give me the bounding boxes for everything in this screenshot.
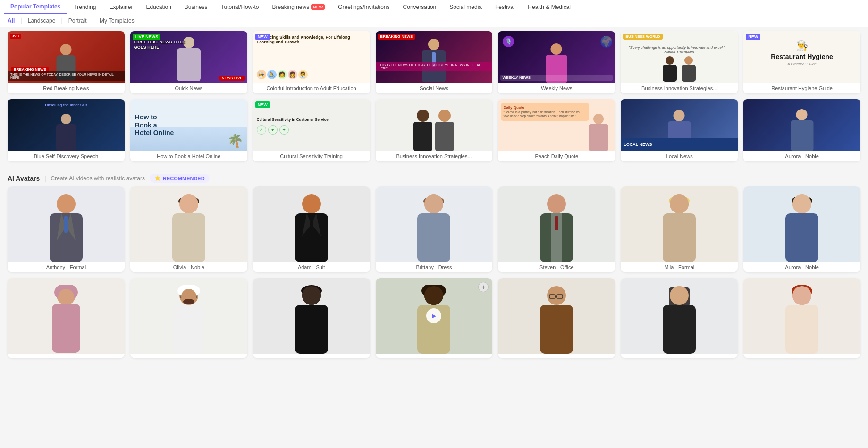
avatar-mila[interactable]: Mila - Formal [621,186,738,272]
nav-tutorial[interactable]: Tutorial/How-to [214,0,266,14]
svg-point-23 [674,110,685,121]
template-thumb [376,99,493,151]
svg-point-9 [666,56,674,65]
breaking-badge-social: BREAKING NEWS [378,34,415,40]
avatar-thumb [376,186,493,262]
avatar-label [553,354,560,358]
svg-rect-40 [310,216,313,230]
svg-point-82 [670,286,689,305]
avatar-dark-woman[interactable] [253,278,370,358]
avatar-curly-woman[interactable]: + ▶ [376,278,493,358]
template-biz-innovation[interactable]: Business Innovation Strategies... [376,99,493,161]
nav-festival[interactable]: Festival [489,0,521,14]
template-local-news[interactable]: LOCAL NEWS Local News [621,99,738,161]
template-thumb: NEW Enhancing Skills and Knowledge, For … [253,31,370,83]
play-button[interactable]: ▶ [426,308,441,323]
avatars-title: AI Avatars [8,175,40,182]
template-quick-news[interactable]: LIVE NEWS FIRST TEXT NEWS TITLE GOES HER… [130,31,247,93]
avatar-thumb [621,186,738,262]
svg-point-7 [551,43,562,55]
avatar-asian-woman[interactable] [621,278,738,358]
svg-rect-3 [177,48,201,81]
filter-my-templates[interactable]: My Templates [100,17,135,24]
avatar-thumb [253,186,370,262]
template-label: Blue Self-Discovery Speech [8,151,125,161]
template-thumb: BUSINESS WORLD "Every challenge is an op… [621,31,738,83]
svg-rect-12 [682,65,696,82]
nav-explainer[interactable]: Explainer [102,0,139,14]
face-1: 👩‍🍳 [257,70,266,79]
svg-point-43 [424,194,443,213]
template-peach-quote[interactable]: Daily Quote "Believe is a journey, not a… [498,99,615,161]
nav-popular-templates[interactable]: Popular Templates [4,0,67,14]
breaking-overlay: THIS IS THE NEWS OF TODAY. DESCRIBE YOUR… [8,71,125,81]
svg-point-69 [302,286,321,305]
template-thumb: How to Book a Hotel Online 🌴 [130,99,247,151]
avatar-label [799,354,805,358]
svg-point-17 [417,110,429,122]
avatar-anthony[interactable]: Anthony - Formal [8,186,125,272]
avatar-arab-man[interactable] [130,278,247,358]
avatar-red-hair[interactable] [743,278,860,358]
avatar-adam[interactable]: Adam - Suit [253,186,370,272]
filter-portrait[interactable]: Portrait [68,17,87,24]
template-adult-ed[interactable]: NEW Enhancing Skills and Knowledge, For … [253,31,370,93]
avatar-label: Mila - Formal [661,262,698,272]
nav-breaking[interactable]: Breaking news NEW [265,0,331,14]
nav-conversation[interactable]: Conversation [396,0,443,14]
hotel-title: How to [135,113,157,121]
avatar-glasses-man[interactable] [498,278,615,358]
template-blue-speech[interactable]: Unveiling the Inner Self Blue Self-Disco… [8,99,125,161]
nav-education-label: Education [146,4,171,10]
avatar-steven[interactable]: Steven - Office [498,186,615,272]
avatar-label: Olivia - Noble [170,262,208,272]
nav-trending[interactable]: Trending [67,0,102,14]
nav-social-media[interactable]: Social media [443,0,489,14]
avatar-aurora[interactable]: Aurora - Noble [743,186,860,272]
weekly-label: WEEKLY NEWS [500,75,613,81]
template-label: Local News [621,151,738,161]
template-cultural-sensitivity[interactable]: NEW Cultural Sensitivity in Customer Ser… [253,99,370,161]
breaking-badge: NEW [311,4,325,10]
play-overlay[interactable]: ▶ [376,278,493,354]
svg-rect-44 [417,213,450,262]
svg-point-34 [179,194,198,213]
filter-all[interactable]: All [8,17,15,24]
chef-emoji: 👨‍🍳 [796,40,808,51]
template-biz-world[interactable]: BUSINESS WORLD "Every challenge is an op… [621,31,738,93]
template-aurora[interactable]: Aurora - Noble [743,99,860,161]
template-thumb: Unveiling the Inner Self [8,99,125,151]
avatar-brittany[interactable]: Brittany - Dress [376,186,493,272]
nav-health[interactable]: Health & Medical [521,0,577,14]
filter-landscape[interactable]: Landscape [28,17,56,24]
avatar-label [63,354,69,358]
template-red-breaking[interactable]: JVC BREAKING NEWS THIS IS THE NEWS OF TO… [8,31,125,93]
svg-rect-26 [791,120,814,151]
svg-point-25 [796,109,808,120]
nav-greetings[interactable]: Greetings/Invitations [331,0,396,14]
svg-point-13 [61,114,71,124]
avatar-label [185,354,192,358]
template-label: Social News [376,83,493,93]
template-weekly-news[interactable]: 🎙️ WEEKLY NEWS 🌍 Weekly News [498,31,615,93]
nav-tutorial-label: Tutorial/How-to [221,4,259,10]
template-restaurant[interactable]: NEW 👨‍🍳 Restaurant Hygiene A Practical G… [743,31,860,93]
new-badge: NEW [255,34,270,40]
svg-point-19 [438,110,451,122]
nav-business[interactable]: Business [178,0,214,14]
new-green-badge: NEW [255,101,270,108]
nav-education[interactable]: Education [139,0,177,14]
avatar-thumb: + ▶ [376,278,493,354]
face-4: 👩 [288,70,297,79]
avatar-hijab[interactable] [8,278,125,358]
template-social-news[interactable]: BREAKING NEWS THIS IS THE NEWS OF TODAY.… [376,31,493,93]
weekly-mic: 🎙️ [503,36,514,47]
avatar-olivia[interactable]: Olivia - Noble [130,186,247,272]
biz-persons [376,99,493,151]
template-label: Business Innovation Strategies... [621,83,738,93]
template-thumb: 🎙️ WEEKLY NEWS 🌍 [498,31,615,83]
template-hotel[interactable]: How to Book a Hotel Online 🌴 How to Book… [130,99,247,161]
local-news-bar: LOCAL NEWS [621,138,738,151]
avatars-section: AI Avatars | Create AI videos with reali… [0,169,868,364]
adult-ed-content: Enhancing Skills and Knowledge, For Life… [253,31,370,83]
